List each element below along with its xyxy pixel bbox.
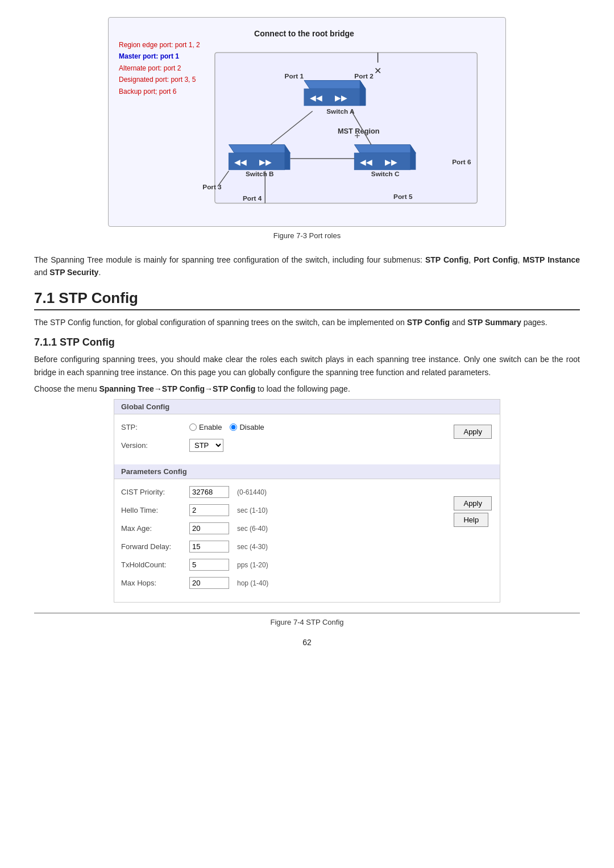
version-controls: STP RSTP MSTP <box>189 439 223 452</box>
stp-disable-option[interactable]: Disable <box>230 423 264 431</box>
legend-line1: Region edge port: port 1, 2 <box>119 39 200 51</box>
svg-text:▶▶: ▶▶ <box>385 158 397 167</box>
max-hops-controls: hop (1-40) <box>189 577 268 589</box>
diagram-container: Connect to the root bridge Region edge p… <box>34 17 580 248</box>
svg-text:◀◀: ◀◀ <box>360 158 372 167</box>
stp-radio-group: Enable Disable <box>189 423 264 431</box>
svg-text:Switch B: Switch B <box>246 170 274 177</box>
hello-time-input[interactable] <box>189 504 229 516</box>
forward-delay-label: Forward Delay: <box>121 542 189 551</box>
hello-time-label: Hello Time: <box>121 506 189 514</box>
legend-line5: Backup port; port 6 <box>119 86 200 97</box>
section-71-body: The STP Config function, for global conf… <box>34 316 580 329</box>
section-711-heading: 7.1.1 STP Config <box>34 337 580 348</box>
params-config-body: CIST Priority: (0-61440) Hello Time: sec… <box>114 479 500 602</box>
diagram-box: Connect to the root bridge Region edge p… <box>108 17 506 227</box>
diagram-caption: Figure 7-3 Port roles <box>273 231 341 240</box>
svg-marker-14 <box>229 144 290 153</box>
cist-priority-row: CIST Priority: (0-61440) <box>121 485 493 500</box>
svg-text:Switch A: Switch A <box>326 107 355 115</box>
stp-enable-option[interactable]: Enable <box>189 423 222 431</box>
params-apply-button[interactable]: Apply <box>454 496 492 510</box>
config-panel: Global Config STP: Enable Disable Versio… <box>114 399 500 603</box>
diagram-title: Connect to the root bridge <box>120 29 488 38</box>
cist-priority-label: CIST Priority: <box>121 488 189 496</box>
max-hops-row: Max Hops: hop (1-40) <box>121 576 493 591</box>
txholdcount-row: TxHoldCount: pps (1-20) <box>121 558 493 572</box>
svg-text:Port 6: Port 6 <box>452 158 471 165</box>
max-age-label: Max Age: <box>121 524 189 533</box>
max-hops-input[interactable] <box>189 577 229 589</box>
global-apply-button[interactable]: Apply <box>454 425 492 439</box>
stp-label: STP: <box>121 423 189 431</box>
switch-a: ◀◀ ▶▶ <box>304 81 366 106</box>
legend-line4: Designated port: port 3, 5 <box>119 74 200 85</box>
svg-text:▶▶: ▶▶ <box>259 158 272 167</box>
max-hops-hint: hop (1-40) <box>237 579 268 587</box>
forward-delay-input[interactable] <box>189 541 229 553</box>
hello-time-controls: sec (1-10) <box>189 504 268 516</box>
hello-time-row: Hello Time: sec (1-10) <box>121 503 493 518</box>
svg-text:Port 2: Port 2 <box>354 72 374 80</box>
txholdcount-label: TxHoldCount: <box>121 560 189 569</box>
max-age-row: Max Age: sec (6-40) <box>121 521 493 536</box>
max-age-hint: sec (6-40) <box>237 525 268 533</box>
page-number: 62 <box>34 638 580 647</box>
global-config-body: STP: Enable Disable Version: STP RSTP MS… <box>114 414 500 464</box>
intro-paragraph: The Spanning Tree module is mainly for s… <box>34 254 580 279</box>
params-help-button[interactable]: Help <box>454 513 488 527</box>
stp-disable-radio[interactable] <box>230 423 237 431</box>
stp-enable-label: Enable <box>199 423 222 431</box>
menu-instruction: Choose the menu Spanning Tree→STP Config… <box>34 384 580 393</box>
stp-row: STP: Enable Disable <box>121 420 493 435</box>
bottom-divider <box>34 613 580 613</box>
svg-text:◀◀: ◀◀ <box>234 158 247 167</box>
figure-74-caption: Figure 7-4 STP Config <box>34 618 580 626</box>
global-config-header: Global Config <box>114 400 500 414</box>
svg-marker-3 <box>304 81 366 89</box>
params-buttons-container: Apply Help <box>454 496 492 527</box>
svg-marker-21 <box>354 144 416 153</box>
svg-text:▶▶: ▶▶ <box>335 94 347 102</box>
legend-line3: Alternate port: port 2 <box>119 63 200 74</box>
max-age-input[interactable] <box>189 522 229 534</box>
txholdcount-input[interactable] <box>189 559 229 571</box>
svg-text:+: + <box>354 130 360 142</box>
params-config-header: Parameters Config <box>114 464 500 479</box>
hello-time-hint: sec (1-10) <box>237 506 268 514</box>
version-row: Version: STP RSTP MSTP <box>121 438 493 453</box>
version-select[interactable]: STP RSTP MSTP <box>189 439 223 452</box>
version-label: Version: <box>121 441 189 450</box>
txholdcount-hint: pps (1-20) <box>237 561 268 569</box>
legend-line2: Master port: port 1 <box>119 51 200 62</box>
section-711-body: Before configuring spanning trees, you s… <box>34 353 580 379</box>
svg-text:Port 1: Port 1 <box>285 72 304 80</box>
stp-disable-label: Disable <box>239 423 264 431</box>
diagram-legend: Region edge port: port 1, 2 Master port:… <box>119 39 200 97</box>
cist-priority-controls: (0-61440) <box>189 486 267 498</box>
global-apply-container: Apply <box>454 425 492 441</box>
stp-enable-radio[interactable] <box>189 423 197 431</box>
max-hops-label: Max Hops: <box>121 579 189 587</box>
switch-b: ◀◀ ▶▶ <box>229 144 290 169</box>
cist-priority-hint: (0-61440) <box>237 488 267 496</box>
forward-delay-hint: sec (4-30) <box>237 543 268 551</box>
txholdcount-controls: pps (1-20) <box>189 559 268 571</box>
svg-text:Switch C: Switch C <box>371 170 400 177</box>
cist-priority-input[interactable] <box>189 486 229 498</box>
svg-text:Port 5: Port 5 <box>393 193 413 200</box>
max-age-controls: sec (6-40) <box>189 522 268 534</box>
svg-text:◀◀: ◀◀ <box>310 94 322 102</box>
forward-delay-row: Forward Delay: sec (4-30) <box>121 539 493 554</box>
section-71-heading: 7.1 STP Config <box>34 289 580 310</box>
svg-text:Port 4: Port 4 <box>243 194 262 202</box>
switch-c: ◀◀ ▶▶ <box>354 144 416 169</box>
svg-text:✕: ✕ <box>374 66 381 76</box>
forward-delay-controls: sec (4-30) <box>189 541 268 553</box>
